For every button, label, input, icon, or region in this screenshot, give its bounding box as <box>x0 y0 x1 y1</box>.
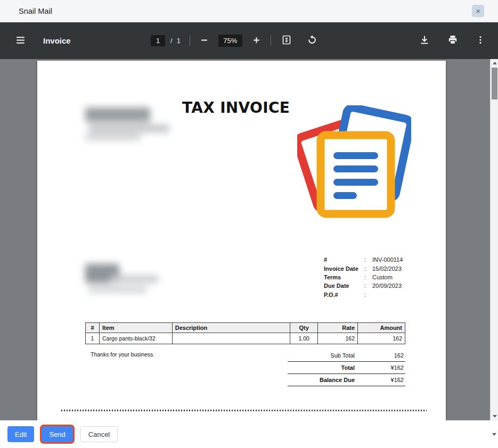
invoice-meta: # : INV-000114 Invoice Date : 15/02/2023… <box>324 255 403 299</box>
close-button[interactable]: × <box>472 5 484 17</box>
cell-rate: 162 <box>318 333 358 344</box>
edit-button[interactable]: Edit <box>7 426 34 442</box>
meta-row-number: # : INV-000114 <box>324 255 403 264</box>
zoom-in-button[interactable] <box>251 35 262 47</box>
invoice-heading: TAX INVOICE <box>182 99 290 117</box>
page-scroll-down-arrow[interactable] <box>492 436 496 445</box>
zoom-level: 75% <box>218 35 242 47</box>
meta-row-due-date: Due Date : 20/09/2023 <box>324 281 403 290</box>
cell-num: 1 <box>86 333 100 344</box>
col-header-qty: Qty <box>290 323 318 333</box>
down-triangle-icon <box>493 415 497 418</box>
total-row: Total ¥162 <box>288 361 405 374</box>
meta-row-terms: Terms : Custom <box>324 273 403 281</box>
page-count: 1 <box>177 37 181 45</box>
col-header-amount: Amount <box>358 323 405 333</box>
action-bar: Edit Send Cancel <box>0 420 498 448</box>
pdf-viewer-area: TAX INVOICE # : I <box>0 59 498 420</box>
zoom-out-button[interactable] <box>199 35 209 47</box>
close-icon: × <box>476 7 480 15</box>
invoice-page: TAX INVOICE # : I <box>37 61 446 420</box>
fit-page-icon <box>281 35 292 47</box>
col-header-num: # <box>86 323 100 333</box>
redacted-sender-info <box>84 105 180 144</box>
print-button[interactable] <box>446 34 459 48</box>
meta-row-po-number: P.O.# : <box>324 291 403 299</box>
dotted-separator <box>61 410 427 411</box>
page-separator: / <box>170 37 173 45</box>
kebab-menu-icon <box>476 35 485 46</box>
menu-button[interactable] <box>14 34 27 48</box>
thank-you-note: Thanks for your business. <box>91 351 154 358</box>
line-items-table: # Item Description Qty Rate Amount 1 Car… <box>85 322 405 344</box>
col-header-rate: Rate <box>318 323 358 333</box>
cell-item: Cargo pants-black/32 <box>99 333 172 344</box>
invoice-documents-logo <box>297 105 411 220</box>
more-options-button[interactable] <box>475 34 486 47</box>
up-triangle-icon <box>493 62 497 64</box>
redacted-recipient-info <box>84 262 164 300</box>
dialog-titlebar: Snail Mail × <box>0 0 498 22</box>
col-header-item: Item <box>99 323 172 333</box>
down-triangle-icon <box>492 433 496 445</box>
cell-amount: 162 <box>358 333 405 344</box>
document-title: Invoice <box>43 36 71 45</box>
cell-qty: 1.00 <box>290 333 318 344</box>
dialog-title: Snail Mail <box>19 7 52 15</box>
page-number-input[interactable]: 1 <box>151 35 165 46</box>
meta-row-invoice-date: Invoice Date : 15/02/2023 <box>324 264 403 272</box>
toolbar-divider <box>190 36 190 46</box>
vertical-scrollbar[interactable] <box>490 59 498 420</box>
pdf-toolbar: Invoice 1 / 1 75% <box>0 22 498 59</box>
send-button[interactable]: Send <box>42 426 72 442</box>
plus-icon <box>252 36 260 46</box>
balance-due-row: Balance Due ¥162 <box>288 374 405 386</box>
download-icon <box>419 35 430 47</box>
fit-page-button[interactable] <box>280 34 293 48</box>
download-button[interactable] <box>418 34 431 48</box>
rotate-button[interactable] <box>306 34 319 48</box>
toolbar-divider <box>271 36 271 46</box>
print-icon <box>447 35 458 47</box>
col-header-description: Description <box>172 323 290 333</box>
subtotal-row: Sub Total 162 <box>288 349 405 361</box>
scroll-down-arrow[interactable] <box>491 412 498 420</box>
cell-description <box>172 333 290 344</box>
table-row: 1 Cargo pants-black/32 1.00 162 162 <box>86 333 405 344</box>
scrollbar-thumb[interactable] <box>492 68 497 99</box>
scroll-up-arrow[interactable] <box>491 59 498 67</box>
totals-section: Sub Total 162 Total ¥162 Balance Due ¥16… <box>288 349 405 386</box>
minus-icon <box>200 36 208 46</box>
table-header-row: # Item Description Qty Rate Amount <box>86 323 405 333</box>
cancel-button[interactable]: Cancel <box>80 426 118 442</box>
rotate-counterclockwise-icon <box>307 35 317 47</box>
hamburger-menu-icon <box>15 35 26 47</box>
